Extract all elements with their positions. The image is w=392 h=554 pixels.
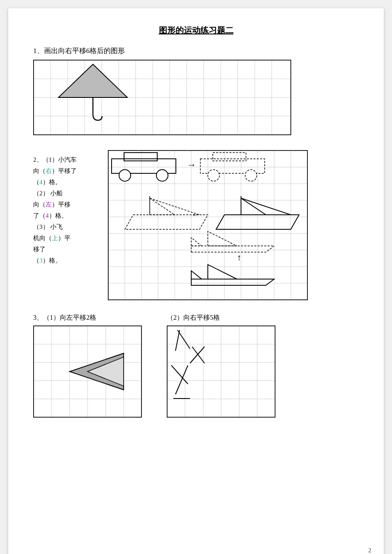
page-number: 2 [368, 547, 371, 554]
section3-grid-left [33, 326, 142, 418]
svg-marker-56 [150, 198, 175, 215]
page: 图形的运动练习题二 1、画出向右平移6格后的图形 [8, 8, 384, 554]
section3-label1: 3、（1）向左平移2格 [33, 313, 142, 322]
section3-grid-right [167, 326, 275, 418]
section3: 3、（1）向左平移2格 [33, 313, 359, 418]
svg-text:←: ← [191, 209, 200, 220]
svg-line-89 [171, 365, 188, 384]
svg-rect-41 [124, 153, 157, 161]
section2-line8: 机向（上）平 [33, 233, 100, 244]
svg-marker-62 [191, 246, 274, 252]
section2-line10: （3）格。 [33, 255, 100, 266]
svg-line-90 [175, 365, 188, 394]
section2-text: 2、（1）小汽车 向（右）平移了 （4）格。 （2） 小船 向（左）平移 了（4… [33, 150, 100, 266]
section3-layout: 3、（1）向左平移2格 [33, 313, 359, 418]
section2-line4: （2） 小船 [33, 188, 100, 199]
section2-line6: 了（4）格。 [33, 210, 100, 221]
section2-line1: 2、（1）小汽车 [33, 154, 100, 165]
svg-text:↑: ↑ [237, 252, 241, 262]
svg-point-43 [156, 170, 168, 181]
svg-marker-60 [191, 271, 202, 279]
svg-point-42 [119, 170, 131, 181]
section1: 1、画出向右平移6格后的图形 [33, 46, 359, 137]
svg-point-48 [245, 170, 257, 181]
section1-grid [33, 60, 291, 135]
svg-line-88 [178, 330, 190, 349]
section2-grid: → ← [108, 150, 308, 300]
svg-marker-64 [191, 238, 202, 246]
section2: 2、（1）小汽车 向（右）平移了 （4）格。 （2） 小船 向（左）平移 了（4… [33, 150, 359, 300]
svg-marker-18 [58, 64, 127, 97]
section2-layout: 2、（1）小汽车 向（右）平移了 （4）格。 （2） 小船 向（左）平移 了（4… [33, 150, 359, 300]
page-title: 图形的运动练习题二 [33, 25, 359, 36]
section2-line7: （3） 小飞 [33, 221, 100, 233]
section3-label2: （2）向右平移5格 [167, 313, 275, 322]
section2-line2: 向（右）平移了 [33, 165, 100, 177]
section2-line3: （4）格。 [33, 177, 100, 188]
svg-text:→: → [187, 160, 196, 170]
section2-line9: 移了 [33, 244, 100, 255]
svg-marker-58 [191, 279, 274, 285]
section3-left: 3、（1）向左平移2格 [33, 313, 142, 418]
svg-line-52 [241, 198, 291, 215]
section2-line5: 向（左）平移 [33, 199, 100, 210]
svg-line-87 [175, 330, 180, 351]
section1-label: 1、画出向右平移6格后的图形 [33, 46, 359, 56]
section3-right: （2）向右平移5格 [167, 313, 275, 418]
svg-point-47 [208, 170, 219, 181]
svg-marker-51 [241, 198, 266, 215]
